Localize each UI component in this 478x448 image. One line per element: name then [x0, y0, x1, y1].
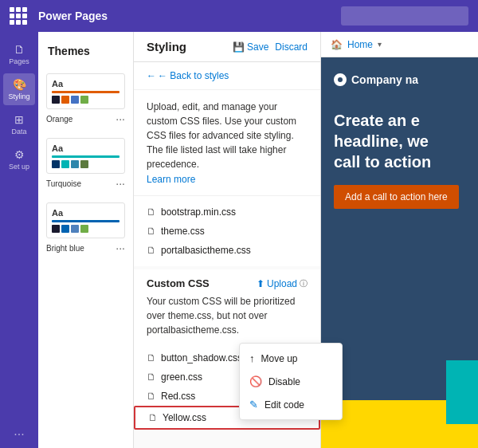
themes-panel: Themes Aa Orange ··· Aa — [38, 32, 134, 448]
bright-blue-theme-label: Bright blue — [46, 244, 84, 253]
menu-item-edit-code[interactable]: ✎ Edit code — [240, 393, 342, 416]
home-icon: 🏠 — [331, 39, 343, 50]
nav-data-label: Data — [11, 128, 26, 136]
menu-item-disable[interactable]: 🚫 Disable — [240, 370, 342, 393]
theme-card-turquoise[interactable]: Aa Turquoise ··· — [38, 132, 133, 196]
search-bar[interactable] — [341, 6, 468, 26]
styling-page-title: Styling — [147, 40, 226, 53]
bright-blue-theme-more[interactable]: ··· — [116, 242, 125, 254]
theme-preview-turquoise: Aa — [46, 138, 125, 174]
app-title: Power Pages — [38, 10, 108, 22]
theme-preview-bright-blue: Aa — [46, 202, 125, 238]
custom-css-section: Custom CSS ⬆ Upload ⓘ Your custom CSS wi… — [134, 269, 320, 348]
turquoise-theme-more[interactable]: ··· — [116, 177, 125, 190]
file-icon: 🗋 — [147, 206, 156, 218]
custom-css-title: Custom CSS — [147, 277, 210, 289]
list-item[interactable]: 🗋 portalbasictheme.css — [134, 241, 320, 260]
data-icon: ⊞ — [14, 113, 24, 126]
move-up-icon: ↑ — [249, 352, 255, 364]
file-icon: 🗋 — [147, 391, 156, 402]
nav-item-styling[interactable]: 🎨 Styling — [3, 73, 35, 105]
file-name: theme.css — [161, 226, 205, 237]
top-bar: Power Pages — [0, 0, 478, 32]
description-section: Upload, edit, and manage your custom CSS… — [134, 90, 320, 196]
turquoise-theme-label: Turquoise — [46, 179, 81, 188]
learn-more-link[interactable]: Learn more — [147, 174, 195, 185]
upload-button[interactable]: ⬆ Upload ⓘ — [257, 278, 308, 289]
styling-header: Styling 💾 Save Discard — [134, 32, 320, 62]
menu-item-move-up[interactable]: ↑ Move up — [240, 347, 342, 370]
setup-icon: ⚙ — [14, 148, 25, 161]
save-button[interactable]: 💾 Save — [233, 41, 268, 53]
company-name-bar: Company na — [334, 73, 418, 86]
custom-css-description: Your custom CSS will be prioritized over… — [147, 294, 308, 337]
file-icon: 🗋 — [147, 245, 156, 256]
file-name: portalbasictheme.css — [161, 245, 251, 256]
discard-button[interactable]: Discard — [275, 41, 308, 53]
nav-setup-label: Set up — [9, 163, 29, 171]
save-icon: 💾 — [233, 41, 245, 53]
back-to-styles-link[interactable]: ← ← Back to styles — [134, 62, 320, 90]
preview-panel: 🏠 Home ▾ Company na Create an eheadline,… — [321, 32, 478, 448]
nav-item-setup[interactable]: ⚙ Set up — [3, 143, 35, 175]
company-name: Company na — [351, 73, 418, 86]
nav-pages-label: Pages — [9, 57, 29, 65]
system-css-files: 🗋 bootstrap.min.css 🗋 theme.css 🗋 portal… — [134, 196, 320, 266]
file-icon: 🗋 — [148, 412, 158, 423]
nav-styling-label: Styling — [8, 92, 29, 100]
chevron-down-icon: ▾ — [378, 40, 382, 49]
file-icon: 🗋 — [147, 371, 156, 383]
pages-icon: 🗋 — [14, 43, 25, 56]
file-icon: 🗋 — [147, 226, 156, 237]
orange-theme-more[interactable]: ··· — [116, 112, 125, 125]
file-icon: 🗋 — [147, 352, 156, 364]
edit-code-icon: ✎ — [249, 399, 258, 411]
description-text: Upload, edit, and manage your custom CSS… — [147, 100, 308, 171]
info-icon: ⓘ — [300, 278, 308, 289]
nav-item-pages[interactable]: 🗋 Pages — [3, 38, 35, 70]
theme-card-orange[interactable]: Aa Orange ··· — [38, 67, 133, 132]
preview-home-text[interactable]: Home — [347, 39, 373, 50]
back-arrow-icon: ← — [147, 70, 156, 81]
radio-circle — [334, 73, 347, 86]
context-menu: ↑ Move up 🚫 Disable ✎ Edit code — [239, 343, 343, 420]
list-item[interactable]: 🗋 theme.css — [134, 222, 320, 241]
preview-nav: 🏠 Home ▾ — [321, 32, 478, 57]
disable-icon: 🚫 — [249, 375, 262, 387]
upload-icon: ⬆ — [257, 278, 264, 289]
nav-more-dots[interactable]: ··· — [14, 427, 24, 442]
file-name: bootstrap.min.css — [161, 206, 236, 218]
theme-card-bright-blue[interactable]: Aa Bright blue ··· — [38, 196, 133, 261]
themes-title: Themes — [38, 38, 133, 67]
cta-button[interactable]: Add a call to action here — [334, 185, 459, 209]
theme-preview-orange: Aa — [46, 73, 125, 109]
styling-icon: 🎨 — [13, 78, 26, 91]
orange-theme-label: Orange — [46, 115, 72, 124]
app-grid-icon[interactable] — [10, 7, 27, 25]
left-nav: 🗋 Pages 🎨 Styling ⊞ Data ⚙ Set up ··· — [0, 32, 38, 448]
list-item[interactable]: 🗋 bootstrap.min.css — [134, 202, 320, 222]
teal-strip — [446, 360, 478, 424]
hero-headline: Create an eheadline, wecall to action — [334, 110, 431, 172]
nav-item-data[interactable]: ⊞ Data — [3, 108, 35, 140]
